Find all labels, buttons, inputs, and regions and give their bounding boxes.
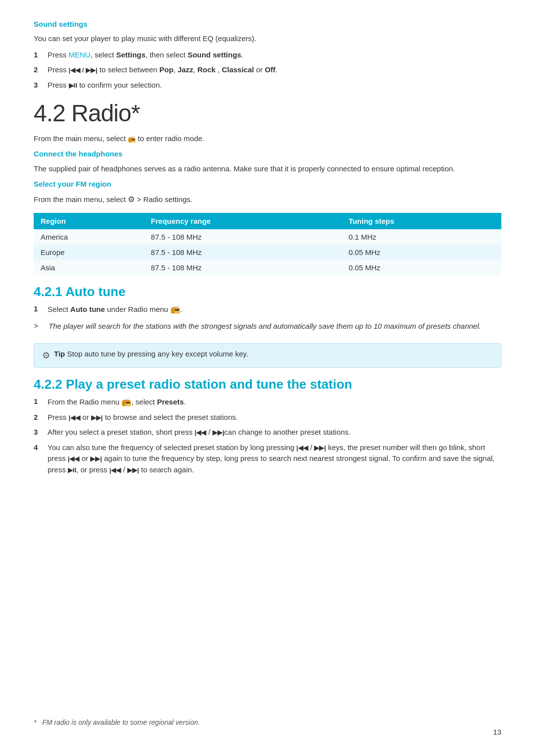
table-row: Europe 87.5 - 108 MHz 0.05 MHz [34,245,501,260]
footnote: * FM radio is only available to some reg… [34,718,200,726]
step-num-3: 3 [34,427,48,438]
prev-icon-2: |◀◀ [195,428,207,438]
tip-label: Tip [54,350,65,358]
play-preset-steps: 1 From the Radio menu 📻, select Presets.… [34,396,501,476]
gear-settings-icon: ⚙ [128,193,135,206]
fm-region-section: Select your FM region From the main menu… [34,180,501,275]
freq-asia: 87.5 - 108 MHz [144,260,342,275]
play-pause-icon-2: ▶II [68,465,76,475]
radio-menu-icon: 📻 [121,396,131,408]
next-icon-5: ▶▶| [127,465,139,475]
step-num-4: 4 [34,442,48,454]
next-icon-2: ▶▶| [213,428,224,438]
next-icon-3: ▶▶| [314,443,326,453]
next-icon-4: ▶▶| [90,454,102,464]
sound-settings-heading: Sound settings [34,20,501,28]
connect-headphones-section: Connect the headphones The supplied pair… [34,150,501,175]
sound-step-1: 1 Press MENU, select Settings, then sele… [34,50,501,61]
connect-headphones-heading: Connect the headphones [34,150,501,158]
tuning-europe: 0.05 MHz [342,245,501,260]
tuning-asia: 0.05 MHz [342,260,501,275]
region-america: America [34,229,144,245]
table-col-tuning: Tuning steps [342,213,501,229]
play-preset-step-1: 1 From the Radio menu 📻, select Presets. [34,396,501,408]
region-asia: Asia [34,260,144,275]
fm-region-heading: Select your FM region [34,180,501,188]
table-row: Asia 87.5 - 108 MHz 0.05 MHz [34,260,501,275]
radio-section: 4.2 Radio* From the main menu, select 📻 … [34,100,501,475]
step-num-1: 1 [34,396,48,407]
auto-tune-note-text: The player will search for the stations … [49,320,481,332]
step-num-1: 1 [34,50,48,61]
prev-icon: |◀◀ [69,413,81,423]
next-icon: ▶▶| [91,413,103,423]
sound-settings-section: Sound settings You can set your player t… [34,20,501,91]
auto-tune-note: > The player will search for the station… [34,320,501,336]
freq-america: 87.5 - 108 MHz [144,229,342,245]
prev-icon-4: |◀◀ [68,454,80,464]
auto-tune-section: 4.2.1 Auto tune 1 Select Auto tune under… [34,284,501,368]
table-header-row: Region Frequency range Tuning steps [34,213,501,229]
step-num-3: 3 [34,80,48,91]
play-preset-step-4: 4 You can also tune the frequency of sel… [34,442,501,476]
radio-mode-icon: 📻 [128,134,136,145]
freq-europe: 87.5 - 108 MHz [144,245,342,260]
connect-headphones-body: The supplied pair of headphones serves a… [34,163,501,175]
footnote-symbol: * [34,718,36,726]
play-preset-step-2: 2 Press |◀◀ or ▶▶| to browse and select … [34,412,501,423]
step-num-1: 1 [34,303,48,315]
footnote-text: FM radio is only available to some regio… [42,718,200,726]
radio-section-title: 4.2 Radio* [34,100,501,127]
table-row: America 87.5 - 108 MHz 0.1 MHz [34,229,501,245]
fm-region-intro: From the main menu, select ⚙ > Radio set… [34,193,501,206]
sound-step-3: 3 Press ▶II to confirm your selection. [34,80,501,91]
auto-tune-step-1: 1 Select Auto tune under Radio menu 📻. [34,303,501,315]
region-table: Region Frequency range Tuning steps Amer… [34,213,501,275]
tip-icon: ⚙ [42,349,50,362]
prev-icon-3: |◀◀ [296,443,308,453]
step-num-2: 2 [34,412,48,423]
play-pause-icon: ▶II [69,81,77,91]
table-col-region: Region [34,213,144,229]
menu-label: MENU [69,50,91,59]
region-europe: Europe [34,245,144,260]
play-preset-heading: 4.2.2 Play a preset radio station and tu… [34,377,501,392]
auto-tune-steps: 1 Select Auto tune under Radio menu 📻. [34,303,501,315]
play-preset-section: 4.2.2 Play a preset radio station and tu… [34,377,501,476]
prev-icon-5: |◀◀ [109,465,121,475]
play-preset-step-3: 3 After you select a preset station, sho… [34,427,501,438]
step-num-2: 2 [34,64,48,76]
radio-icon: 📻 [170,303,180,315]
sound-settings-intro: You can set your player to play music wi… [34,33,501,45]
tip-box: ⚙ Tip Stop auto tune by pressing any key… [34,343,501,368]
tuning-america: 0.1 MHz [342,229,501,245]
page-number: 13 [493,728,501,736]
sound-settings-steps: 1 Press MENU, select Settings, then sele… [34,50,501,91]
table-col-frequency: Frequency range [144,213,342,229]
radio-intro: From the main menu, select 📻 to enter ra… [34,133,501,145]
auto-tune-heading: 4.2.1 Auto tune [34,284,501,300]
prev-next-icon: |◀◀ / ▶▶| [69,65,98,75]
sound-step-2: 2 Press |◀◀ / ▶▶| to select between Pop,… [34,64,501,76]
